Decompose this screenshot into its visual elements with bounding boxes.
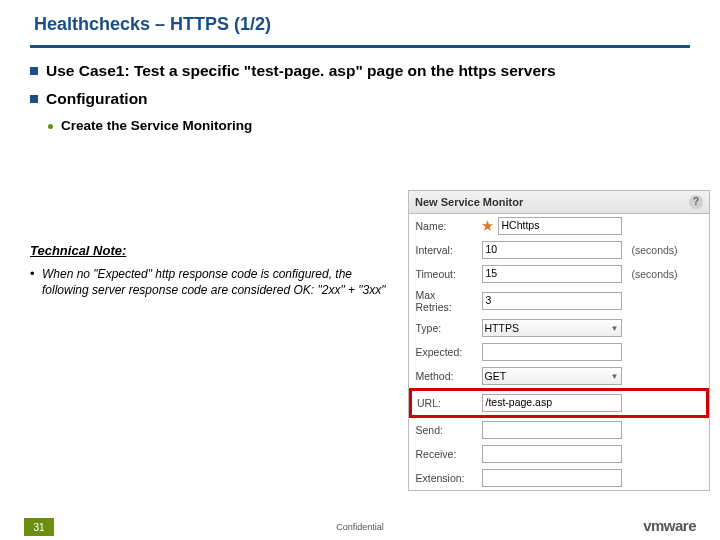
row-url: URL: /test-page.asp [411,390,708,417]
url-input[interactable]: /test-page.asp [482,394,622,412]
label-name: Name: [411,214,477,238]
star-icon [482,220,494,232]
maxretries-input[interactable]: 3 [482,292,622,310]
label-interval: Interval: [411,238,477,262]
row-name: Name: HChttps [411,214,708,238]
type-select[interactable]: HTTPS ▼ [482,319,622,337]
row-maxretries: Max Retries: 3 [411,286,708,316]
help-icon[interactable]: ? [689,195,703,209]
bullet-configuration-text: Configuration [46,90,148,108]
page-title: Healthchecks – HTTPS (1/2) [34,14,720,35]
row-interval: Interval: 10 (seconds) [411,238,708,262]
interval-input[interactable]: 10 [482,241,622,259]
unit-interval: (seconds) [627,238,708,262]
label-url: URL: [411,390,477,417]
label-maxretries: Max Retries: [411,286,477,316]
row-receive: Receive: [411,442,708,466]
extension-input[interactable] [482,469,622,487]
confidential-label: Confidential [336,522,384,532]
method-select[interactable]: GET ▼ [482,367,622,385]
bullet-dash-icon: • [30,266,42,281]
label-send: Send: [411,417,477,443]
row-send: Send: [411,417,708,443]
row-expected: Expected: [411,340,708,364]
chevron-down-icon: ▼ [611,372,619,381]
bullet-configuration: Configuration [30,90,690,108]
page-number: 31 [24,518,54,536]
label-receive: Receive: [411,442,477,466]
row-timeout: Timeout: 15 (seconds) [411,262,708,286]
send-input[interactable] [482,421,622,439]
expected-input[interactable] [482,343,622,361]
panel-header: New Service Monitor ? [409,191,709,214]
technical-note-item: • When no "Expected" http response code … [30,266,400,298]
subbullet-create: Create the Service Monitoring [48,118,690,133]
label-method: Method: [411,364,477,390]
service-monitor-panel: New Service Monitor ? Name: HChttps Inte… [408,190,710,491]
type-value: HTTPS [485,322,519,334]
label-timeout: Timeout: [411,262,477,286]
row-method: Method: GET ▼ [411,364,708,390]
chevron-down-icon: ▼ [611,324,619,333]
label-expected: Expected: [411,340,477,364]
name-input[interactable]: HChttps [498,217,622,235]
bullet-square-icon [30,67,38,75]
label-type: Type: [411,316,477,340]
subbullet-create-text: Create the Service Monitoring [61,118,252,133]
panel-title: New Service Monitor [415,196,523,208]
bullet-usecase-text: Use Case1: Test a specific "test-page. a… [46,62,556,80]
method-value: GET [485,370,507,382]
bullet-square-icon [30,95,38,103]
unit-timeout: (seconds) [627,262,708,286]
row-extension: Extension: [411,466,708,490]
bullet-dot-icon [48,124,53,129]
label-extension: Extension: [411,466,477,490]
footer: 31 Confidential vmware [0,514,720,540]
bullet-usecase: Use Case1: Test a specific "test-page. a… [30,62,690,80]
receive-input[interactable] [482,445,622,463]
row-type: Type: HTTPS ▼ [411,316,708,340]
vmware-logo: vmware [643,517,696,534]
timeout-input[interactable]: 15 [482,265,622,283]
technical-note-text: When no "Expected" http response code is… [42,266,400,298]
